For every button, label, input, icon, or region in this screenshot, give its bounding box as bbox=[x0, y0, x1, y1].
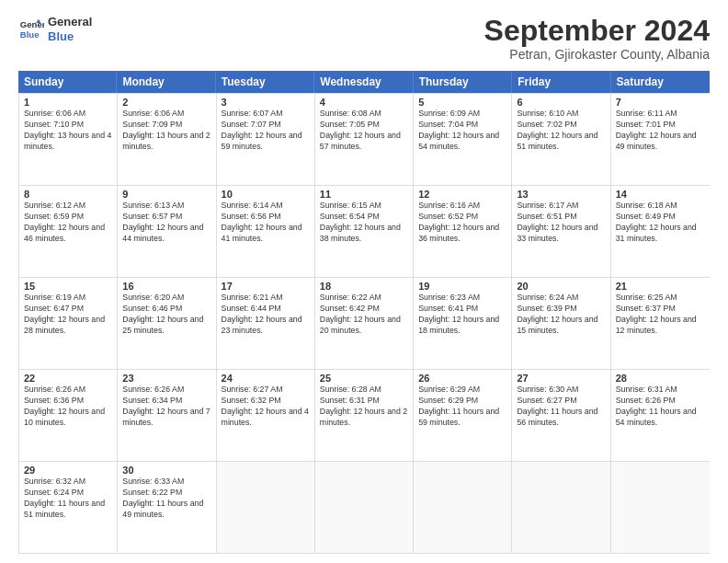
cell-11: 11 Sunrise: 6:15 AM Sunset: 6:54 PM Dayl… bbox=[315, 186, 414, 277]
header-thursday: Thursday bbox=[414, 71, 512, 93]
cell-empty-1 bbox=[217, 462, 315, 553]
logo: General Blue General Blue bbox=[18, 15, 92, 43]
cell-25: 25 Sunrise: 6:28 AM Sunset: 6:31 PM Dayl… bbox=[315, 370, 414, 461]
cell-15: 15 Sunrise: 6:19 AM Sunset: 6:47 PM Dayl… bbox=[19, 278, 118, 369]
calendar: Sunday Monday Tuesday Wednesday Thursday… bbox=[18, 71, 710, 554]
logo-line1: General bbox=[48, 15, 92, 29]
header-tuesday: Tuesday bbox=[216, 71, 314, 93]
logo-text: General Blue bbox=[48, 15, 92, 43]
logo-line2: Blue bbox=[48, 29, 92, 44]
cell-13: 13 Sunrise: 6:17 AM Sunset: 6:51 PM Dayl… bbox=[512, 186, 610, 277]
cell-text-5: Sunrise: 6:09 AM Sunset: 7:04 PM Dayligh… bbox=[418, 109, 506, 153]
cell-text-6: Sunrise: 6:10 AM Sunset: 7:02 PM Dayligh… bbox=[517, 109, 605, 153]
cell-28: 28 Sunrise: 6:31 AM Sunset: 6:26 PM Dayl… bbox=[611, 370, 710, 461]
cell-5: 5 Sunrise: 6:09 AM Sunset: 7:04 PM Dayli… bbox=[414, 94, 512, 185]
header-sunday: Sunday bbox=[18, 71, 117, 93]
header-wednesday: Wednesday bbox=[314, 71, 413, 93]
cell-empty-2 bbox=[315, 462, 414, 553]
header-saturday: Saturday bbox=[611, 71, 710, 93]
cell-26: 26 Sunrise: 6:29 AM Sunset: 6:29 PM Dayl… bbox=[414, 370, 512, 461]
cell-19: 19 Sunrise: 6:23 AM Sunset: 6:41 PM Dayl… bbox=[414, 278, 512, 369]
calendar-body: 1 Sunrise: 6:06 AM Sunset: 7:10 PM Dayli… bbox=[18, 93, 710, 554]
cell-text-4: Sunrise: 6:08 AM Sunset: 7:05 PM Dayligh… bbox=[320, 109, 408, 153]
cell-empty-5 bbox=[611, 462, 710, 553]
day-num-1: 1 bbox=[24, 97, 112, 108]
cell-text-7: Sunrise: 6:11 AM Sunset: 7:01 PM Dayligh… bbox=[616, 109, 705, 153]
cell-24: 24 Sunrise: 6:27 AM Sunset: 6:32 PM Dayl… bbox=[217, 370, 315, 461]
cell-14: 14 Sunrise: 6:18 AM Sunset: 6:49 PM Dayl… bbox=[611, 186, 710, 277]
cell-7: 7 Sunrise: 6:11 AM Sunset: 7:01 PM Dayli… bbox=[611, 94, 710, 185]
month-title: September 2024 bbox=[484, 15, 710, 47]
svg-text:Blue: Blue bbox=[20, 29, 40, 39]
day-num-3: 3 bbox=[222, 97, 310, 108]
header-monday: Monday bbox=[117, 71, 215, 93]
cell-27: 27 Sunrise: 6:30 AM Sunset: 6:27 PM Dayl… bbox=[512, 370, 610, 461]
cell-2: 2 Sunrise: 6:06 AM Sunset: 7:09 PM Dayli… bbox=[118, 94, 216, 185]
cell-21: 21 Sunrise: 6:25 AM Sunset: 6:37 PM Dayl… bbox=[611, 278, 710, 369]
day-num-2: 2 bbox=[122, 97, 210, 108]
cell-10: 10 Sunrise: 6:14 AM Sunset: 6:56 PM Dayl… bbox=[217, 186, 315, 277]
cell-3: 3 Sunrise: 6:07 AM Sunset: 7:07 PM Dayli… bbox=[217, 94, 315, 185]
cell-9: 9 Sunrise: 6:13 AM Sunset: 6:57 PM Dayli… bbox=[118, 186, 216, 277]
week-5: 29 Sunrise: 6:32 AM Sunset: 6:24 PM Dayl… bbox=[19, 461, 710, 553]
cell-text-3: Sunrise: 6:07 AM Sunset: 7:07 PM Dayligh… bbox=[222, 109, 310, 153]
title-block: September 2024 Petran, Gjirokaster Count… bbox=[484, 15, 710, 62]
cell-18: 18 Sunrise: 6:22 AM Sunset: 6:42 PM Dayl… bbox=[315, 278, 414, 369]
day-num-6: 6 bbox=[517, 97, 605, 108]
cell-30: 30 Sunrise: 6:33 AM Sunset: 6:22 PM Dayl… bbox=[118, 462, 216, 553]
week-2: 8 Sunrise: 6:12 AM Sunset: 6:59 PM Dayli… bbox=[19, 185, 710, 277]
day-num-5: 5 bbox=[418, 97, 506, 108]
day-num-4: 4 bbox=[320, 97, 408, 108]
cell-8: 8 Sunrise: 6:12 AM Sunset: 6:59 PM Dayli… bbox=[19, 186, 118, 277]
page: General Blue General Blue September 2024… bbox=[0, 0, 728, 563]
cell-16: 16 Sunrise: 6:20 AM Sunset: 6:46 PM Dayl… bbox=[118, 278, 216, 369]
header-friday: Friday bbox=[512, 71, 610, 93]
cell-1: 1 Sunrise: 6:06 AM Sunset: 7:10 PM Dayli… bbox=[19, 94, 118, 185]
cell-12: 12 Sunrise: 6:16 AM Sunset: 6:52 PM Dayl… bbox=[414, 186, 512, 277]
day-num-7: 7 bbox=[616, 97, 705, 108]
header: General Blue General Blue September 2024… bbox=[18, 15, 710, 62]
cell-23: 23 Sunrise: 6:26 AM Sunset: 6:34 PM Dayl… bbox=[118, 370, 216, 461]
cell-22: 22 Sunrise: 6:26 AM Sunset: 6:36 PM Dayl… bbox=[19, 370, 118, 461]
cell-text-2: Sunrise: 6:06 AM Sunset: 7:09 PM Dayligh… bbox=[122, 109, 210, 153]
subtitle: Petran, Gjirokaster County, Albania bbox=[484, 47, 710, 62]
logo-icon: General Blue bbox=[18, 17, 44, 42]
cell-empty-3 bbox=[414, 462, 512, 553]
svg-text:General: General bbox=[20, 19, 44, 29]
cell-6: 6 Sunrise: 6:10 AM Sunset: 7:02 PM Dayli… bbox=[512, 94, 610, 185]
calendar-header: Sunday Monday Tuesday Wednesday Thursday… bbox=[18, 71, 710, 93]
cell-text-1: Sunrise: 6:06 AM Sunset: 7:10 PM Dayligh… bbox=[24, 109, 112, 153]
cell-empty-4 bbox=[512, 462, 610, 553]
week-4: 22 Sunrise: 6:26 AM Sunset: 6:36 PM Dayl… bbox=[19, 369, 710, 461]
week-1: 1 Sunrise: 6:06 AM Sunset: 7:10 PM Dayli… bbox=[19, 93, 710, 185]
cell-20: 20 Sunrise: 6:24 AM Sunset: 6:39 PM Dayl… bbox=[512, 278, 610, 369]
week-3: 15 Sunrise: 6:19 AM Sunset: 6:47 PM Dayl… bbox=[19, 277, 710, 369]
cell-4: 4 Sunrise: 6:08 AM Sunset: 7:05 PM Dayli… bbox=[315, 94, 414, 185]
cell-29: 29 Sunrise: 6:32 AM Sunset: 6:24 PM Dayl… bbox=[19, 462, 118, 553]
cell-17: 17 Sunrise: 6:21 AM Sunset: 6:44 PM Dayl… bbox=[217, 278, 315, 369]
